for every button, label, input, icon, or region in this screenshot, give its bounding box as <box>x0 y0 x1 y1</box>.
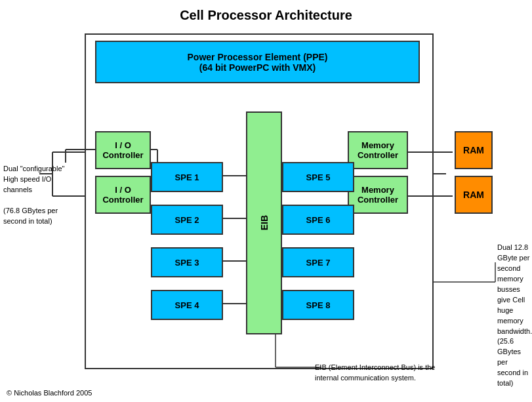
spe2-block: SPE 2 <box>151 205 223 235</box>
eib-label: EIB <box>259 215 270 230</box>
right-annotation-text: Dual 12.8 GByte per second memory busses… <box>497 243 532 387</box>
mem2-label: MemoryController <box>358 185 398 205</box>
spe5-block: SPE 5 <box>282 162 354 192</box>
spe4-label: SPE 4 <box>175 300 199 310</box>
spe6-block: SPE 6 <box>282 205 354 235</box>
ppe-label: Power Processor Element (PPE)(64 bit Pow… <box>188 52 328 73</box>
spe6-label: SPE 6 <box>306 215 331 225</box>
ppe-block: Power Processor Element (PPE)(64 bit Pow… <box>95 41 420 83</box>
spe8-label: SPE 8 <box>306 300 331 310</box>
mem1-label: MemoryController <box>358 140 398 160</box>
spe4-block: SPE 4 <box>151 290 223 320</box>
copyright: © Nicholas Blachford 2005 <box>7 389 92 397</box>
spe3-block: SPE 3 <box>151 247 223 277</box>
memory-controller-2: MemoryController <box>348 176 408 214</box>
ram1-label: RAM <box>463 145 484 155</box>
spe1-block: SPE 1 <box>151 162 223 192</box>
right-annotation: Dual 12.8 GByte per second memory busses… <box>497 243 531 389</box>
page-title: Cell Processor Architecture <box>0 0 532 30</box>
io-controller-1: I / OController <box>95 131 151 169</box>
bottom-annotation-text: EIB (Element Interconnect Bus) is the in… <box>315 363 435 382</box>
bottom-annotation: EIB (Element Interconnect Bus) is the in… <box>315 363 459 384</box>
left-annotation: Dual "configurable" High speed I/O chann… <box>3 164 79 227</box>
spe5-label: SPE 5 <box>306 172 331 182</box>
ram2-label: RAM <box>463 190 484 200</box>
copyright-text: © Nicholas Blachford 2005 <box>7 389 92 397</box>
spe8-block: SPE 8 <box>282 290 354 320</box>
spe7-label: SPE 7 <box>306 258 331 268</box>
spe2-label: SPE 2 <box>175 215 199 225</box>
ram1-block: RAM <box>455 131 493 169</box>
left-annotation-text: Dual "configurable" High speed I/O chann… <box>3 165 64 225</box>
memory-controller-1: MemoryController <box>348 131 408 169</box>
eib-block: EIB <box>246 111 282 334</box>
spe7-block: SPE 7 <box>282 247 354 277</box>
ram2-block: RAM <box>455 176 493 214</box>
io1-label: I / OController <box>102 140 143 160</box>
spe3-label: SPE 3 <box>175 258 199 268</box>
io-controller-2: I / OController <box>95 176 151 214</box>
io2-label: I / OController <box>102 185 143 205</box>
spe1-label: SPE 1 <box>175 172 199 182</box>
